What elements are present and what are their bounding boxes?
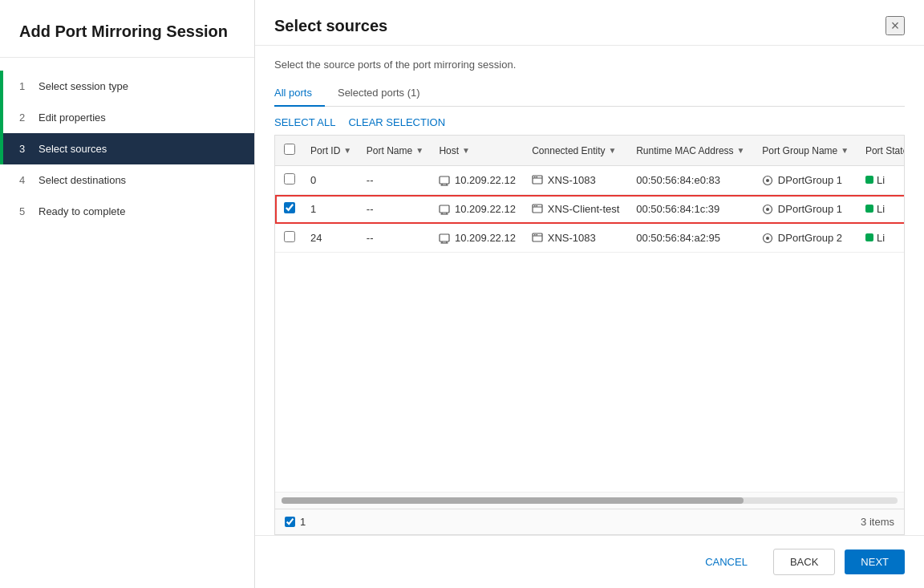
- col-port-id: Port ID ▼: [304, 136, 360, 166]
- entity-filter-icon[interactable]: ▼: [609, 146, 617, 155]
- clear-selection-link[interactable]: CLEAR SELECTION: [348, 116, 445, 128]
- next-button[interactable]: NEXT: [845, 549, 905, 574]
- svg-rect-17: [537, 205, 538, 207]
- col-port-name: Port Name ▼: [360, 136, 433, 166]
- entity-icon: [532, 175, 543, 186]
- svg-rect-6: [534, 176, 536, 178]
- host-icon: [439, 204, 450, 215]
- dialog-subtitle: Select the source ports of the port mirr…: [274, 59, 905, 71]
- cell-portgroup-1: DPortGroup 1: [756, 195, 859, 224]
- dialog-footer: CANCEL BACK NEXT: [255, 535, 924, 588]
- step-num-5: 5: [19, 205, 32, 217]
- cell-portgroup-24: DPortGroup 2: [756, 224, 859, 253]
- portgroup-icon: [762, 233, 773, 244]
- header-checkbox-cell: [275, 136, 304, 166]
- table-row[interactable]: 24-- 10.209.22.12 XNS-108300:50:56:84:a2…: [275, 224, 904, 253]
- cell-host-24: 10.209.22.12: [432, 224, 525, 253]
- svg-point-29: [766, 237, 769, 240]
- scrollbar-track: [282, 497, 898, 504]
- cell-port-name-24: --: [360, 224, 433, 253]
- status-dot: [865, 233, 873, 241]
- svg-rect-20: [440, 234, 449, 241]
- col-host: Host ▼: [432, 136, 525, 166]
- col-runtime-mac: Runtime MAC Address ▼: [630, 136, 756, 166]
- col-connected-entity: Connected Entity ▼: [525, 136, 630, 166]
- host-filter-icon[interactable]: ▼: [462, 146, 470, 155]
- cell-port-id-1: 1: [304, 195, 360, 224]
- cell-state-1: Li: [859, 195, 904, 224]
- select-all-checkbox[interactable]: [284, 144, 295, 155]
- table-row[interactable]: 1-- 10.209.22.12 XNS-Client-test00:50:56…: [275, 195, 904, 224]
- row-checkbox-1[interactable]: [275, 195, 304, 224]
- port-id-filter-icon[interactable]: ▼: [343, 146, 351, 155]
- back-button[interactable]: BACK: [773, 549, 835, 575]
- footer-selected: 1: [285, 516, 306, 528]
- row-checkbox-0[interactable]: [275, 166, 304, 195]
- cell-state-0: Li: [859, 166, 904, 195]
- port-name-filter-icon[interactable]: ▼: [415, 146, 424, 155]
- sidebar-step-1[interactable]: 1Select session type: [0, 71, 254, 102]
- sidebar-step-4: 4Select destinations: [0, 164, 254, 196]
- cell-entity-0: XNS-1083: [525, 166, 630, 195]
- cell-mac-0: 00:50:56:84:e0:83: [630, 166, 756, 195]
- step-num-1: 1: [19, 80, 32, 92]
- step-indicator-1: [0, 71, 3, 102]
- close-button[interactable]: ×: [886, 16, 905, 35]
- entity-icon: [532, 233, 543, 244]
- table-footer: 1 3 items: [275, 509, 904, 534]
- tab-selected[interactable]: Selected ports (1): [338, 80, 433, 107]
- svg-rect-7: [537, 176, 538, 178]
- step-label-2: Edit properties: [38, 112, 106, 124]
- scrollbar-thumb: [282, 497, 744, 504]
- portgroup-filter-icon[interactable]: ▼: [841, 146, 849, 155]
- sidebar-step-2[interactable]: 2Edit properties: [0, 102, 254, 133]
- sidebar-steps: 1Select session type2Edit properties3Sel…: [0, 58, 254, 240]
- table-scroll[interactable]: Port ID ▼ Port Name ▼: [275, 136, 904, 492]
- dialog-title: Select sources: [274, 17, 387, 35]
- cell-host-1: 10.209.22.12: [432, 195, 525, 224]
- step-label-4: Select destinations: [38, 174, 126, 186]
- checkbox-0[interactable]: [284, 173, 295, 185]
- checkbox-1[interactable]: [284, 202, 295, 213]
- entity-icon: [532, 204, 543, 215]
- cell-host-0: 10.209.22.12: [432, 166, 525, 195]
- host-icon: [439, 233, 450, 244]
- sidebar-step-3[interactable]: 3Select sources: [0, 133, 254, 164]
- step-num-2: 2: [19, 112, 32, 124]
- ports-table: Port ID ▼ Port Name ▼: [275, 136, 904, 253]
- footer-checkbox[interactable]: [285, 517, 295, 527]
- table-row[interactable]: 0-- 10.209.22.12 XNS-108300:50:56:84:e0:…: [275, 166, 904, 195]
- horizontal-scrollbar[interactable]: [275, 492, 904, 509]
- col-port-group: Port Group Name ▼: [756, 136, 859, 166]
- tab-all[interactable]: All ports: [274, 80, 325, 107]
- status-dot: [865, 205, 873, 213]
- table-container: Port ID ▼ Port Name ▼: [274, 135, 905, 535]
- footer-total: 3 items: [861, 516, 894, 528]
- step-indicator-3: [0, 133, 3, 164]
- cell-entity-24: XNS-1083: [525, 224, 630, 253]
- footer-count: 1: [300, 516, 306, 528]
- cell-state-24: Li: [859, 224, 904, 253]
- portgroup-icon: [762, 204, 773, 215]
- dialog-header: Select sources ×: [255, 0, 924, 46]
- cell-port-id-0: 0: [304, 166, 360, 195]
- cell-port-name-1: --: [360, 195, 433, 224]
- tabs-bar: All portsSelected ports (1): [274, 80, 905, 107]
- sidebar-step-5: 5Ready to complete: [0, 196, 254, 227]
- table-header: Port ID ▼ Port Name ▼: [275, 136, 904, 166]
- select-all-link[interactable]: SELECT ALL: [274, 116, 335, 128]
- row-checkbox-24[interactable]: [275, 224, 304, 253]
- cell-mac-24: 00:50:56:84:a2:95: [630, 224, 756, 253]
- step-label-1: Select session type: [38, 80, 128, 92]
- checkbox-24[interactable]: [284, 231, 295, 242]
- step-num-4: 4: [19, 174, 32, 186]
- svg-point-9: [766, 179, 769, 182]
- mac-filter-icon[interactable]: ▼: [737, 146, 745, 155]
- step-label-5: Ready to complete: [38, 205, 125, 217]
- step-indicator-5: [0, 196, 3, 227]
- sidebar: Add Port Mirroring Session 1Select sessi…: [0, 0, 255, 588]
- col-port-state: Port State: [859, 136, 904, 166]
- svg-rect-16: [534, 205, 536, 207]
- host-icon: [439, 175, 450, 186]
- cancel-button[interactable]: CANCEL: [689, 549, 764, 574]
